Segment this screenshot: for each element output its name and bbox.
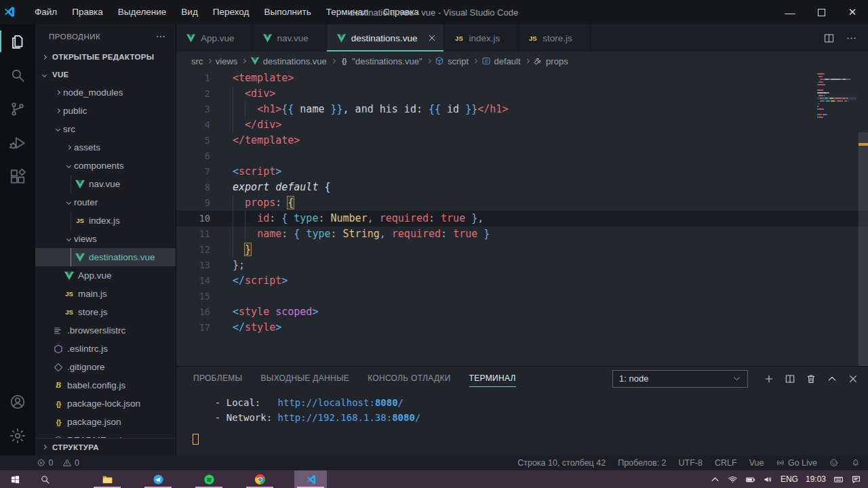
window-controls: — ✕ [774, 0, 868, 24]
code-editor[interactable]: 1<template>2 <div>3 <h1>{{ name }}, and … [176, 70, 868, 366]
tray-action-center[interactable] [851, 470, 861, 488]
menu-Переход[interactable]: Переход [205, 0, 257, 24]
menu-Выполнить[interactable]: Выполнить [256, 0, 318, 24]
breadcrumb-item-5[interactable]: @default [481, 56, 521, 66]
breadcrumb-item-4[interactable]: script [435, 56, 469, 66]
tab-close-icon[interactable] [427, 33, 437, 43]
tree-item-components[interactable]: components [35, 157, 176, 175]
taskbar-search-button[interactable] [30, 470, 60, 488]
minimap[interactable] [817, 73, 856, 119]
tree-item-.browserslistrc[interactable]: .browserslistrc [35, 321, 176, 340]
tree-item-package.json[interactable]: {}package.json [35, 413, 176, 431]
status-item-Go Live[interactable]: Go Live [776, 458, 817, 468]
menu-Вид[interactable]: Вид [174, 0, 205, 24]
breadcrumb-item-1[interactable]: views [216, 56, 238, 66]
close-icon[interactable] [848, 373, 859, 384]
start-button[interactable] [0, 470, 30, 488]
status-warnings[interactable]: 0 [62, 458, 79, 468]
editor-scrollbar[interactable] [859, 132, 868, 366]
tree-item-package-lock.json[interactable]: {}package-lock.json [35, 394, 176, 413]
tree-item-main.js[interactable]: JSmain.js [35, 285, 176, 303]
terminal-output[interactable]: - Local: http://localhost:8080/ - Networ… [176, 390, 868, 455]
more-actions-icon[interactable] [846, 33, 857, 44]
menu-Файл[interactable]: Файл [27, 0, 64, 24]
breadcrumb-label: src [191, 56, 203, 66]
tray-speaker[interactable] [763, 470, 773, 488]
tree-item-assets[interactable]: assets [35, 138, 176, 157]
tray-battery[interactable] [745, 470, 755, 488]
spotify-icon [203, 474, 215, 485]
status-item-Vue[interactable]: Vue [749, 458, 764, 468]
section-open-editors[interactable]: ОТКРЫТЫЕ РЕДАКТОРЫ [35, 48, 176, 66]
status-item-Строка 10, столбец 42[interactable]: Строка 10, столбец 42 [517, 458, 606, 468]
panel-split-icon[interactable] [785, 373, 795, 384]
vscode-window: ФайлПравкаВыделениеВидПереходВыполнитьТе… [0, 0, 868, 488]
split-editor-icon[interactable] [823, 33, 835, 44]
status-item-Пробелов: 2[interactable]: Пробелов: 2 [618, 458, 666, 468]
chevron-up-icon[interactable] [827, 373, 837, 384]
tree-item-nav.vue[interactable]: nav.vue [35, 175, 176, 193]
close-button[interactable]: ✕ [837, 0, 868, 24]
tree-item-views[interactable]: views [35, 230, 176, 248]
status-item-bell[interactable] [851, 458, 861, 468]
tree-item-.eslintrc.js[interactable]: .eslintrc.js [35, 340, 176, 358]
breadcrumb-item-6[interactable]: props [533, 56, 568, 66]
tree-item-src[interactable]: src [35, 120, 176, 138]
tree-item-store.js[interactable]: JSstore.js [35, 303, 176, 321]
activity-explorer[interactable] [0, 24, 35, 58]
tab-App.vue[interactable]: App.vue [176, 24, 253, 52]
tree-item-label: node_modules [63, 87, 123, 98]
tree-item-babel.config.js[interactable]: Bbabel.config.js [35, 376, 176, 394]
minimize-button[interactable]: — [774, 0, 806, 24]
status-item-feedback[interactable] [829, 458, 839, 468]
tab-index.js[interactable]: JSindex.js [444, 24, 518, 52]
activity-run-debug[interactable] [0, 126, 35, 160]
tray-chevron-up[interactable] [710, 470, 720, 488]
tab-nav.vue[interactable]: nav.vue [253, 24, 327, 52]
taskbar-app-telegram[interactable] [142, 470, 174, 488]
status-item-CRLF[interactable]: CRLF [715, 458, 737, 468]
taskbar-apps [91, 470, 327, 488]
more-actions-icon[interactable] [155, 31, 166, 42]
activity-search[interactable] [0, 58, 35, 92]
breadcrumb-item-3[interactable]: {}"destinations.vue" [339, 56, 422, 66]
activity-extensions[interactable] [0, 160, 35, 194]
menu-Выделение[interactable]: Выделение [111, 0, 174, 24]
tree-item-index.js[interactable]: JSindex.js [35, 211, 176, 230]
tray-touch-keyboard[interactable] [833, 470, 844, 488]
tree-item-.gitignore[interactable]: .gitignore [35, 358, 176, 376]
panel-tab-КОНСОЛЬ ОТЛАДКИ[interactable]: КОНСОЛЬ ОТЛАДКИ [368, 367, 450, 390]
panel-tab-ВЫХОДНЫЕ ДАННЫЕ[interactable]: ВЫХОДНЫЕ ДАННЫЕ [260, 367, 349, 390]
breadcrumb-item-2[interactable]: destinations.vue [250, 56, 327, 66]
panel-tab-ПРОБЛЕМЫ[interactable]: ПРОБЛЕМЫ [193, 367, 242, 390]
section-outline[interactable]: СТРУКТУРА [35, 438, 176, 455]
restore-button[interactable] [806, 0, 837, 24]
taskbar-app-chrome[interactable] [243, 470, 276, 488]
menu-Правка[interactable]: Правка [64, 0, 111, 24]
taskbar-app-file-explorer[interactable] [91, 470, 123, 488]
tray-wifi[interactable] [728, 470, 738, 488]
tab-store.js[interactable]: JSstore.js [518, 24, 591, 52]
tree-item-router[interactable]: router [35, 193, 176, 211]
activity-settings[interactable] [0, 419, 35, 453]
tree-item-public[interactable]: public [35, 102, 176, 120]
tree-item-README.md[interactable]: README.md [35, 431, 176, 438]
plus-icon[interactable] [764, 373, 774, 384]
trash-icon[interactable] [806, 373, 816, 384]
activity-account[interactable] [0, 385, 35, 419]
activity-source-control[interactable] [0, 92, 35, 126]
terminal-select[interactable]: 1: node [612, 370, 748, 388]
taskbar-app-spotify[interactable] [193, 470, 225, 488]
taskbar-app-vscode[interactable] [294, 470, 327, 488]
tray-language[interactable]: ENG [781, 474, 798, 484]
status-item-UTF-8[interactable]: UTF-8 [679, 458, 703, 468]
breadcrumb-item-0[interactable]: src [191, 56, 203, 66]
tab-destinations.vue[interactable]: destinations.vue [327, 24, 445, 52]
tray-clock[interactable]: 19:03 [806, 474, 826, 484]
status-errors[interactable]: 0 [37, 458, 53, 468]
tree-item-destinations.vue[interactable]: destinations.vue [35, 248, 176, 266]
section-root-folder[interactable]: VUE [35, 66, 176, 83]
tree-item-App.vue[interactable]: App.vue [35, 266, 176, 285]
panel-tab-ТЕРМИНАЛ[interactable]: ТЕРМИНАЛ [469, 367, 516, 390]
tree-item-node_modules[interactable]: node_modules [35, 83, 176, 102]
